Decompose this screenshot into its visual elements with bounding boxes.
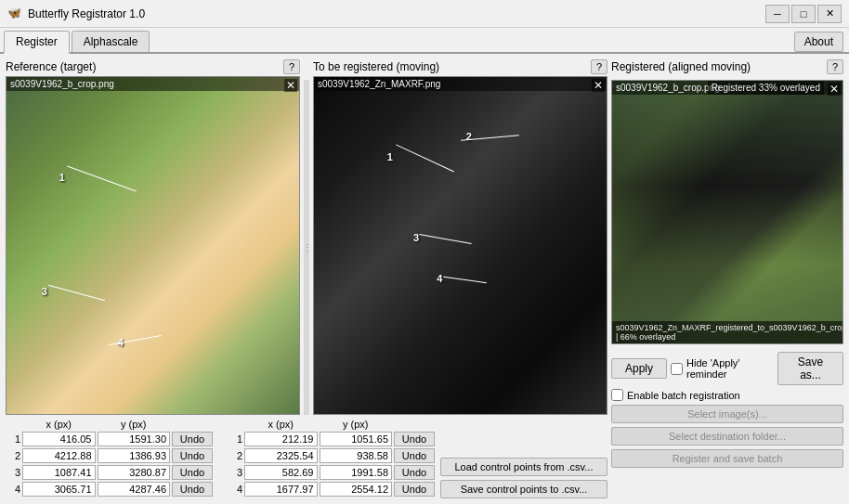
moving-help-button[interactable]: ? <box>591 59 607 74</box>
moving-image-container[interactable]: 1 2 3 4 s0039V1962_Zn_MAXRF.png ✕ <box>313 76 607 415</box>
mov-row-1: 1 Undo <box>228 432 437 446</box>
reference-panel: Reference (target) ? 1 3 4 <box>6 59 300 415</box>
ref-row-2-num: 2 <box>6 450 20 461</box>
ref-row-3-x[interactable] <box>22 465 96 480</box>
mov-row-3-y[interactable] <box>320 465 393 480</box>
ref-row-2-undo[interactable]: Undo <box>172 448 213 463</box>
reference-panel-header: Reference (target) ? <box>6 59 300 74</box>
save-csv-button[interactable]: Save control points to .csv... <box>440 480 607 498</box>
hide-reminder-checkbox[interactable] <box>671 363 683 375</box>
ref-row-2-y[interactable] <box>98 448 171 463</box>
tab-register[interactable]: Register <box>4 31 70 54</box>
batch-enable-row: Enable batch registration <box>611 389 843 401</box>
divider-ref-moving[interactable]: ⋮ <box>304 80 309 415</box>
save-as-button[interactable]: Save as... <box>777 352 843 385</box>
ref-point-1: 1 <box>59 172 65 183</box>
mov-row-1-undo[interactable]: Undo <box>394 432 435 446</box>
mov-row-2-x[interactable] <box>244 448 318 463</box>
registered-image-container[interactable]: s0039V1962_b_crop.png Registered 33% ove… <box>611 80 843 344</box>
reference-filename: s0039V1962_b_crop.png <box>7 77 299 91</box>
mov-row-4: 4 Undo <box>228 482 437 497</box>
title-bar: 🦋 Butterfly Registrator 1.0 ─ □ ✕ <box>0 0 849 28</box>
moving-filename: s0039V1962_Zn_MAXRF.png <box>314 77 607 91</box>
ref-row-1-num: 1 <box>6 433 20 445</box>
minimize-button[interactable]: ─ <box>765 5 790 23</box>
mov-row-3-x[interactable] <box>244 465 318 480</box>
apply-row: Apply Hide 'Apply' reminder Save as... <box>611 352 843 385</box>
ref-row-3-y[interactable] <box>98 465 171 480</box>
moving-panel-header: To be registered (moving) ? <box>313 59 607 74</box>
reference-close-button[interactable]: ✕ <box>284 79 297 92</box>
registered-bottom-filename: s0039V1962_Zn_MAXRF_registered_to_s0039V… <box>612 321 842 343</box>
hide-reminder-label[interactable]: Hide 'Apply' reminder <box>671 357 774 380</box>
tab-bar: Register Alphascale About <box>0 28 849 54</box>
ref-y-header: y (px) <box>98 419 171 430</box>
ref-row-1-x[interactable] <box>22 432 96 446</box>
mov-row-2-y[interactable] <box>320 448 393 463</box>
mov-row-2-num: 2 <box>228 450 242 461</box>
ref-row-2-x[interactable] <box>22 448 96 463</box>
controls-area: Apply Hide 'Apply' reminder Save as... E… <box>611 352 843 468</box>
mov-row-4-y[interactable] <box>320 482 393 497</box>
mov-row-1-x[interactable] <box>244 432 318 446</box>
reference-coords: x (px) y (px) 1 Undo 2 Undo <box>6 419 215 498</box>
ref-coords-header: x (px) y (px) <box>6 419 215 430</box>
moving-panel: To be registered (moving) ? 1 2 3 <box>313 59 607 415</box>
registered-image <box>612 81 842 343</box>
mov-row-2-undo[interactable]: Undo <box>394 448 435 463</box>
app-icon: 🦋 <box>7 6 22 21</box>
mov-point-3: 3 <box>413 232 419 243</box>
app-title: Butterfly Registrator 1.0 <box>28 7 765 20</box>
registered-overlay-text: Registered 33% overlayed <box>708 81 824 95</box>
register-batch-button[interactable]: Register and save batch <box>611 449 843 468</box>
hide-reminder-text: Hide 'Apply' reminder <box>686 357 774 380</box>
ref-row-4-undo[interactable]: Undo <box>172 482 213 497</box>
mov-row-2: 2 Undo <box>228 448 437 463</box>
registered-close-button[interactable]: ✕ <box>828 83 841 96</box>
close-button[interactable]: ✕ <box>817 5 842 23</box>
mov-point-4: 4 <box>437 273 442 284</box>
mov-row-4-num: 4 <box>228 484 242 495</box>
load-csv-button[interactable]: Load control points from .csv... <box>440 458 607 476</box>
about-button[interactable]: About <box>794 32 843 52</box>
ref-row-1-y[interactable] <box>98 432 171 446</box>
ref-x-header: x (px) <box>22 419 96 430</box>
ref-row-4-y[interactable] <box>98 482 171 497</box>
maximize-button[interactable]: □ <box>791 5 816 23</box>
reference-image: 1 3 4 <box>7 77 299 414</box>
apply-button[interactable]: Apply <box>611 358 667 379</box>
mov-line-4 <box>443 277 487 284</box>
enable-batch-label[interactable]: Enable batch registration <box>611 389 740 401</box>
mov-line-3 <box>420 234 472 244</box>
registered-help-button[interactable]: ? <box>827 59 843 74</box>
ref-row-4-num: 4 <box>6 484 20 495</box>
moving-coords: x (px) y (px) 1 Undo 2 Undo <box>228 419 437 498</box>
mov-row-4-x[interactable] <box>244 482 318 497</box>
mov-point-1: 1 <box>387 151 393 162</box>
mov-row-3-undo[interactable]: Undo <box>394 465 435 480</box>
moving-close-button[interactable]: ✕ <box>592 79 605 92</box>
registered-panel-label: Registered (aligned moving) <box>611 60 751 73</box>
enable-batch-checkbox[interactable] <box>611 389 623 401</box>
ref-row-2: 2 Undo <box>6 448 215 463</box>
select-images-button[interactable]: Select image(s)... <box>611 405 843 423</box>
mov-point-2: 2 <box>466 131 472 142</box>
window-controls: ─ □ ✕ <box>765 5 842 23</box>
reference-help-button[interactable]: ? <box>283 59 300 74</box>
ref-row-1: 1 Undo <box>6 432 215 446</box>
mov-row-4-undo[interactable]: Undo <box>394 482 435 497</box>
ref-row-3: 3 Undo <box>6 465 215 480</box>
reference-image-container[interactable]: 1 3 4 s0039V1962_b_crop.png ✕ <box>6 76 300 415</box>
tab-alphascale[interactable]: Alphascale <box>72 31 150 52</box>
mov-x-header: x (px) <box>244 419 318 430</box>
ref-row-4-x[interactable] <box>22 482 96 497</box>
moving-panel-label: To be registered (moving) <box>313 60 439 73</box>
mov-coords-header: x (px) y (px) <box>228 419 437 430</box>
ref-row-1-undo[interactable]: Undo <box>172 432 213 446</box>
reference-panel-label: Reference (target) <box>6 60 96 73</box>
select-dest-button[interactable]: Select destination folder... <box>611 427 843 446</box>
mov-row-1-y[interactable] <box>320 432 393 446</box>
ref-row-3-undo[interactable]: Undo <box>172 465 213 480</box>
csv-buttons: Load control points from .csv... Save co… <box>440 419 607 498</box>
mov-row-3: 3 Undo <box>228 465 437 480</box>
